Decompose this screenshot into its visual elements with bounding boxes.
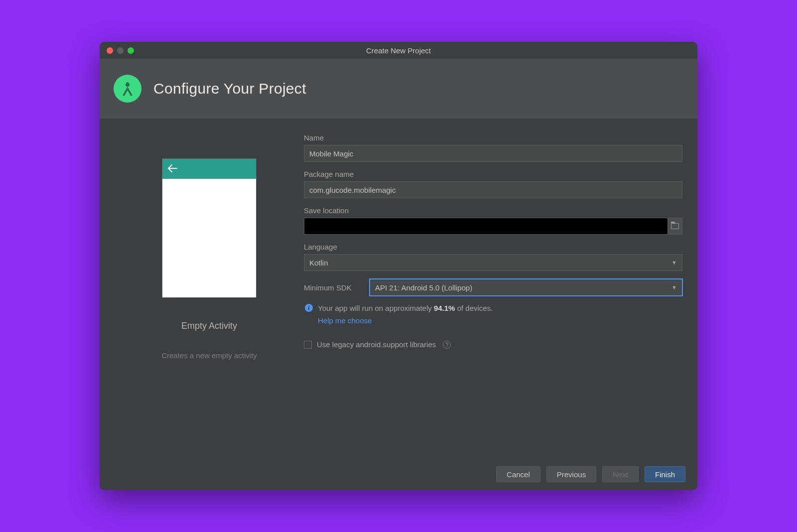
help-icon[interactable]: ? [443,341,451,349]
svg-rect-1 [127,82,129,84]
name-field: Name [304,133,682,162]
dialog-header: Configure Your Project [100,59,697,119]
sdk-info-text: Your app will run on approximately 94.1%… [318,303,493,326]
minimum-sdk-label: Minimum SDK [304,283,363,292]
android-studio-logo-icon [114,75,141,103]
template-preview: Empty Activity Creates a new empty activ… [115,133,304,458]
info-icon: i [305,304,313,312]
window-title: Create New Project [100,46,697,55]
template-title: Empty Activity [181,321,237,331]
project-form: Name Package name Save location Language [304,133,682,458]
name-input[interactable] [304,145,682,162]
browse-button[interactable] [667,218,682,235]
package-label: Package name [304,170,682,178]
language-field: Language Kotlin ▼ [304,243,682,271]
minimum-sdk-field: Minimum SDK API 21: Android 5.0 (Lollipo… [304,279,682,296]
title-bar: Create New Project [100,42,697,59]
legacy-libraries-label: Use legacy android.support libraries [317,340,436,349]
language-select[interactable]: Kotlin ▼ [304,254,682,271]
language-label: Language [304,243,682,251]
template-subtitle: Creates a new empty activity [161,351,257,360]
minimum-sdk-value: API 21: Android 5.0 (Lollipop) [375,283,472,292]
save-location-label: Save location [304,206,682,215]
minimum-sdk-select[interactable]: API 21: Android 5.0 (Lollipop) ▼ [370,279,682,296]
back-arrow-icon [167,164,177,174]
page-title: Configure Your Project [153,80,306,97]
finish-button[interactable]: Finish [645,466,685,482]
legacy-libraries-checkbox[interactable] [304,341,312,349]
next-button: Next [602,466,639,482]
package-input[interactable] [304,181,682,198]
phone-toolbar [162,159,256,179]
cancel-button[interactable]: Cancel [496,466,540,482]
save-location-input[interactable] [304,218,667,235]
help-me-choose-link[interactable]: Help me choose [318,315,493,327]
save-location-field: Save location [304,206,682,235]
name-label: Name [304,133,682,142]
package-field: Package name [304,170,682,198]
chevron-down-icon: ▼ [671,260,677,266]
dialog-body: Empty Activity Creates a new empty activ… [100,119,697,458]
phone-preview-icon [162,158,257,298]
sdk-info: i Your app will run on approximately 94.… [304,303,682,326]
folder-icon [671,223,679,229]
legacy-libraries-row: Use legacy android.support libraries ? [304,340,682,349]
device-percentage: 94.1% [434,304,455,312]
language-value: Kotlin [309,259,328,267]
chevron-down-icon: ▼ [671,284,677,290]
previous-button[interactable]: Previous [546,466,596,482]
dialog-window: Create New Project Configure Your Projec… [100,42,697,490]
dialog-footer: Cancel Previous Next Finish [100,458,697,490]
